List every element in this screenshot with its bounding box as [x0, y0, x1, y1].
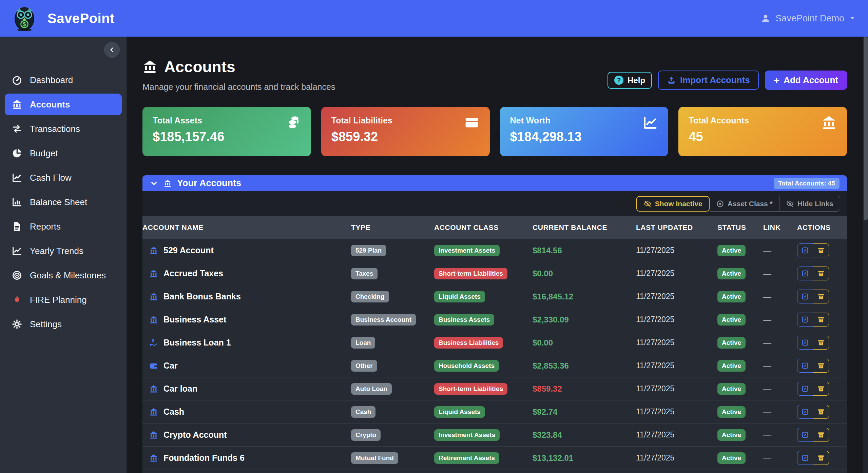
status-badge: Active [717, 360, 746, 372]
archive-button[interactable] [813, 267, 829, 280]
account-class-badge: Short-term Liabilities [434, 268, 507, 279]
sidebar-item-label: Balance Sheet [30, 197, 87, 208]
scrollbar-thumb[interactable] [864, 37, 868, 220]
sidebar-item[interactable]: FIRE Planning [5, 289, 122, 311]
edit-button[interactable] [797, 336, 813, 350]
sidebar-item[interactable]: Reports [5, 216, 122, 237]
current-balance: $0.00 [533, 338, 553, 347]
coins-icon [285, 115, 301, 131]
sidebar-item[interactable]: Settings [5, 313, 122, 335]
archive-button[interactable] [813, 243, 829, 257]
filter-button[interactable]: Show Inactive [636, 196, 710, 212]
edit-button[interactable] [797, 290, 813, 303]
sidebar-item[interactable]: Balance Sheet [5, 191, 122, 213]
column-header: ACCOUNT CLASS [434, 216, 533, 239]
type-badge: Mutual Fund [351, 452, 398, 464]
sidebar-item[interactable]: Budget [5, 142, 122, 164]
edit-button[interactable] [797, 267, 813, 280]
archive-button[interactable] [813, 313, 829, 327]
account-name: Car loan [163, 384, 197, 394]
card-label: Total Liabilities [331, 116, 480, 125]
archive-button[interactable] [813, 382, 829, 396]
bank-icon [149, 408, 158, 416]
archive-button[interactable] [813, 451, 829, 465]
sidebar-item-label: Budget [30, 148, 58, 159]
user-icon [760, 13, 771, 23]
sidebar-item[interactable]: Accounts [5, 94, 122, 115]
link-value: — [763, 361, 771, 370]
edit-button[interactable] [797, 451, 813, 465]
archive-button[interactable] [813, 428, 829, 442]
sidebar-item[interactable]: Yearly Trends [5, 240, 122, 262]
sidebar-item[interactable]: Cash Flow [5, 167, 122, 189]
accounts-section-header[interactable]: Your Accounts Total Accounts: 45 [142, 175, 847, 191]
status-badge: Active [717, 245, 746, 256]
column-header: LAST UPDATED [636, 216, 717, 239]
account-class-badge: Retirement Assets [434, 452, 499, 464]
sidebar-collapse-button[interactable] [104, 42, 120, 58]
row-actions [797, 382, 847, 396]
edit-button[interactable] [797, 405, 813, 419]
edit-button[interactable] [797, 359, 813, 373]
app-title: SavePoint [47, 11, 115, 26]
status-badge: Active [717, 337, 746, 349]
row-actions [797, 313, 847, 327]
sidebar-item[interactable]: Transactions [5, 118, 122, 140]
table-row: Foundation Funds 6 Mutual Fund Retiremen… [142, 447, 847, 470]
bank-icon [149, 292, 158, 301]
type-badge: Business Account [351, 314, 416, 326]
status-badge: Active [717, 429, 746, 441]
box-archive-icon [817, 293, 825, 300]
question-circle-icon: ? [614, 76, 623, 85]
link-value: — [763, 384, 771, 393]
archive-button[interactable] [813, 290, 829, 303]
archive-button[interactable] [813, 336, 829, 350]
chevron-down-icon[interactable] [150, 179, 158, 188]
archive-button[interactable] [813, 359, 829, 373]
sidebar-item[interactable]: Goals & Milestones [5, 264, 122, 286]
bank-icon [821, 115, 837, 131]
scrollbar-track[interactable] [863, 37, 868, 473]
table-row: Accrued Taxes Taxes Short-term Liabiliti… [142, 262, 847, 285]
edit-button[interactable] [797, 243, 813, 257]
sidebar-item[interactable]: Dashboard [5, 69, 122, 91]
account-name: Accrued Taxes [163, 269, 223, 278]
type-badge: Other [351, 360, 377, 372]
table-row: Bank Bonus Banks Checking Liquid Assets … [142, 285, 847, 308]
filter-button[interactable]: Hide Links [779, 196, 840, 212]
gauge-icon [12, 75, 22, 85]
page-subtitle: Manage your financial accounts and track… [142, 82, 335, 92]
import-accounts-button[interactable]: Import Accounts [658, 71, 759, 90]
row-actions [797, 243, 847, 257]
pen-square-icon [802, 316, 809, 323]
chart-line-icon [12, 245, 22, 256]
sidebar-item-label: Yearly Trends [30, 246, 83, 256]
sidebar-item-label: FIRE Planning [30, 295, 87, 305]
column-header: LINK [763, 216, 797, 239]
chevron-left-icon [109, 46, 115, 53]
column-header: CURRENT BALANCE [533, 216, 636, 239]
last-updated: 11/27/2025 [636, 453, 674, 462]
user-menu[interactable]: SavePoint Demo [760, 13, 868, 24]
account-class-badge: Liquid Assets [434, 291, 485, 302]
row-actions [797, 336, 847, 350]
box-archive-icon [817, 362, 825, 369]
status-badge: Active [717, 268, 746, 279]
box-archive-icon [817, 316, 825, 323]
edit-button[interactable] [797, 428, 813, 442]
link-value: — [763, 269, 771, 278]
row-actions [797, 290, 847, 303]
edit-button[interactable] [797, 382, 813, 396]
last-updated: 11/27/2025 [636, 407, 674, 416]
brand[interactable]: $ SavePoint [0, 4, 127, 33]
edit-button[interactable] [797, 313, 813, 327]
filter-button[interactable]: Asset Class * [710, 196, 779, 212]
help-button[interactable]: ? Help [607, 72, 652, 89]
bank-icon [142, 59, 157, 74]
account-class-badge: Liquid Assets [434, 406, 485, 418]
archive-button[interactable] [813, 405, 829, 419]
current-balance: $16,845.12 [533, 292, 573, 301]
eye-slash-icon [643, 200, 652, 208]
target-icon [12, 270, 22, 281]
add-account-button[interactable]: + Add Account [765, 71, 847, 90]
